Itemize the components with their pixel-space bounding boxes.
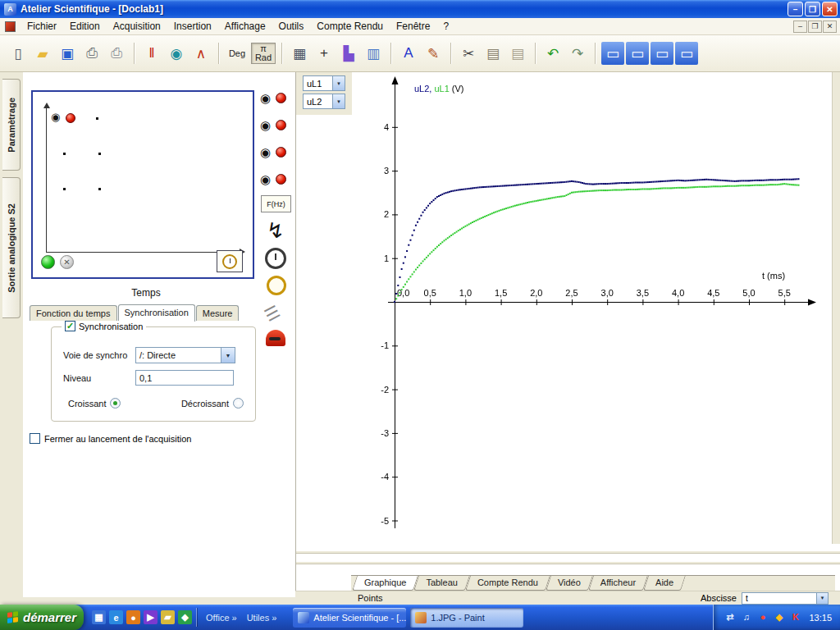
quicklaunch-messenger-icon[interactable]: ◆ [178,610,192,624]
chevron-down-icon[interactable]: ▼ [332,76,345,90]
save-icon[interactable]: ▣ [56,42,79,65]
timer-icon[interactable] [217,250,243,272]
menu-item[interactable]: Edition [63,19,107,34]
input-connector-icon[interactable]: ◉ [260,173,271,185]
rad-button[interactable]: π Rad [251,43,276,64]
fermer-checkbox[interactable] [30,433,40,444]
chevron-down-icon[interactable]: ▼ [221,348,235,363]
mdi-close-button[interactable]: ✕ [823,21,837,33]
stopwatch-icon[interactable] [265,248,286,269]
mdi-restore-button[interactable]: ❐ [808,21,822,33]
tab-tableau[interactable]: Tableau [416,576,468,591]
open-folder-icon[interactable]: ▰ [31,42,54,65]
vtab-parametrage[interactable]: Paramètrage [2,79,21,171]
paste-icon[interactable]: ▤ [482,42,504,65]
globe-icon[interactable]: ◉ [165,42,188,65]
menu-item[interactable]: Affichage [218,19,272,34]
menu-item[interactable]: Fichier [21,19,63,34]
abscisse-select[interactable]: t ▼ [742,592,829,605]
frequency-meter-button[interactable]: F(Hz) [261,195,291,212]
chevron-icon[interactable]: » [232,613,237,623]
synchronisation-checkbox[interactable]: ✓ [65,321,75,331]
tray-volume-icon[interactable]: ♫ [740,612,752,623]
print-icon[interactable]: ⎙ [80,42,103,65]
menu-item[interactable]: Insertion [167,19,218,34]
red-channel-icon[interactable] [276,147,286,158]
table-icon[interactable]: ▦ [288,42,311,65]
quicklaunch-media-icon[interactable]: ▶ [144,610,158,624]
acquisition-preview[interactable]: ◉ ✕ [31,90,254,279]
quicklaunch-browser-icon[interactable]: ● [126,610,140,624]
screen-layout-4-icon[interactable]: ▭ [675,42,698,65]
chronometer-icon[interactable] [267,276,286,295]
chevron-down-icon[interactable]: ▼ [332,94,345,108]
time-tab[interactable]: Fonction du temps [30,305,117,321]
colored-chart-icon[interactable]: ▙ [337,42,360,65]
tray-update-icon[interactable]: ◆ [773,612,785,623]
red-channel-icon[interactable] [276,174,286,185]
quicklaunch-folder-icon[interactable]: ▰ [161,610,175,624]
screen-layout-1-icon[interactable]: ▭ [601,42,624,65]
undo-icon[interactable]: ↶ [541,42,564,65]
taskbar-toolbar[interactable]: Office » [206,613,237,623]
tab-video[interactable]: Vidéo [548,576,591,591]
draw-tool-icon[interactable]: ✎ [422,42,445,65]
splitter-bar[interactable] [296,550,840,554]
channel-selector-ul1[interactable]: uL1 ▼ [303,75,345,91]
screen-layout-3-icon[interactable]: ▭ [651,42,673,65]
mdi-minimize-button[interactable]: – [793,21,807,33]
text-tool-icon[interactable]: A [397,42,420,65]
quicklaunch-ie-icon[interactable]: e [109,610,123,624]
start-acquisition-icon[interactable] [41,255,55,269]
chevron-icon[interactable]: » [272,613,276,623]
croissant-radio[interactable] [110,398,121,409]
axes-icon[interactable]: + [313,42,336,65]
cables-icon[interactable]: ☰ [261,301,283,326]
input-connector-icon[interactable]: ◉ [260,92,271,104]
red-channel-icon[interactable] [276,120,286,130]
splitter-bar[interactable] [296,561,840,564]
tab-afficheur[interactable]: Afficheur [591,576,646,591]
vtab-sortie-analogique[interactable]: Sortie analogique S2 [2,177,21,318]
menu-item[interactable]: Compte Rendu [310,19,390,34]
menu-item[interactable]: ? [436,19,455,34]
time-tab[interactable]: Synchronisation [118,304,195,322]
tab-graphique[interactable]: Graphique [354,576,416,591]
lightning-icon[interactable]: ↯ [267,218,285,244]
acquisition-probes-icon[interactable]: ‖ [140,42,163,65]
time-tab[interactable]: Mesure [196,305,240,321]
menu-item[interactable]: Outils [272,19,311,34]
start-button[interactable]: démarrer [0,605,84,630]
taskbtn-paint[interactable]: 1.JPG - Paint [410,608,523,628]
input-connector-icon[interactable]: ◉ [260,119,271,131]
taskbtn-atelier[interactable]: Atelier Scientifique - [... [293,608,406,628]
print-setup-icon[interactable]: ⎙ [105,42,128,65]
cut-icon[interactable]: ✂ [457,42,480,65]
close-button[interactable]: ✕ [822,2,838,16]
tab-aide[interactable]: Aide [646,576,683,591]
quicklaunch-desktop-icon[interactable]: ▦ [92,610,106,624]
niveau-input[interactable]: 0,1 [135,370,234,386]
taskbar-toolbar[interactable]: Utiles » [247,613,277,623]
tray-shield-icon[interactable]: ● [756,612,769,623]
minimize-button[interactable]: – [788,2,803,16]
compass-icon[interactable]: ∧ [189,42,212,65]
chart-canvas[interactable] [352,72,833,544]
redo-icon[interactable]: ↷ [566,42,589,65]
menu-item[interactable]: Acquisition [107,19,167,34]
deg-button[interactable]: Deg [225,43,249,64]
special-paste-icon[interactable]: ▤ [506,42,529,65]
new-document-icon[interactable]: ▯ [7,42,30,65]
input-connector-icon[interactable]: ◉ [260,146,271,158]
maximize-button[interactable]: ❐ [805,2,820,16]
channel-selector-ul2[interactable]: uL2 ▼ [303,94,345,109]
helmet-icon[interactable] [266,330,285,346]
decroissant-radio[interactable] [233,398,244,409]
tray-network-icon[interactable]: ⇄ [724,612,736,623]
tray-antivirus-icon[interactable]: K [789,612,801,623]
red-channel-icon[interactable] [276,93,286,103]
voie-synchro-select[interactable]: /: Directe ▼ [135,347,235,363]
tab-compte-rendu[interactable]: Compte Rendu [468,576,548,591]
stop-acquisition-icon[interactable]: ✕ [60,255,74,269]
menu-item[interactable]: Fenêtre [390,19,436,34]
